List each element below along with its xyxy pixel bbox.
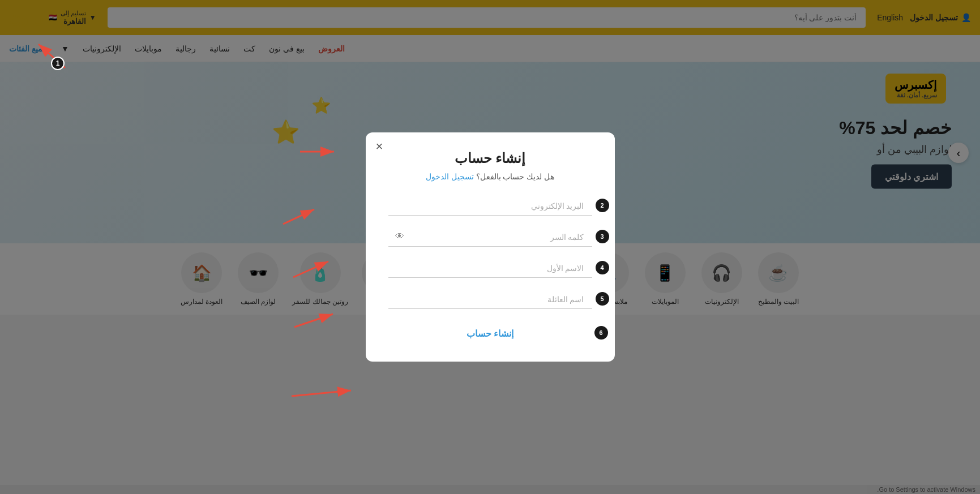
step-5-badge: 5	[596, 292, 609, 306]
last-name-input[interactable]	[388, 288, 592, 309]
step-4-badge: 4	[596, 261, 609, 274]
first-name-field-container: 4	[388, 257, 592, 278]
eye-icon[interactable]: 👁	[395, 231, 404, 242]
first-name-input[interactable]	[388, 257, 592, 278]
modal-close-button[interactable]: ×	[376, 140, 383, 153]
email-field-container: 2	[388, 195, 592, 216]
email-input[interactable]	[388, 195, 592, 216]
step-1-bubble: 1	[51, 57, 65, 70]
login-link[interactable]: تسجيل الدخول	[426, 172, 474, 181]
step-2-badge: 2	[596, 199, 609, 212]
subtitle-text: هل لديك حساب بالفعل؟	[476, 172, 555, 181]
password-field-container: 3 👁	[388, 226, 592, 247]
last-name-field-container: 5	[388, 288, 592, 309]
modal-overlay: × إنشاء حساب هل لديك حساب بالفعل؟ تسجيل …	[0, 0, 980, 315]
step-3-badge: 3	[596, 230, 609, 243]
create-account-modal: × إنشاء حساب هل لديك حساب بالفعل؟ تسجيل …	[366, 132, 615, 315]
modal-subtitle: هل لديك حساب بالفعل؟ تسجيل الدخول	[388, 172, 592, 181]
password-input[interactable]	[388, 226, 592, 247]
modal-title: إنشاء حساب	[388, 151, 592, 166]
